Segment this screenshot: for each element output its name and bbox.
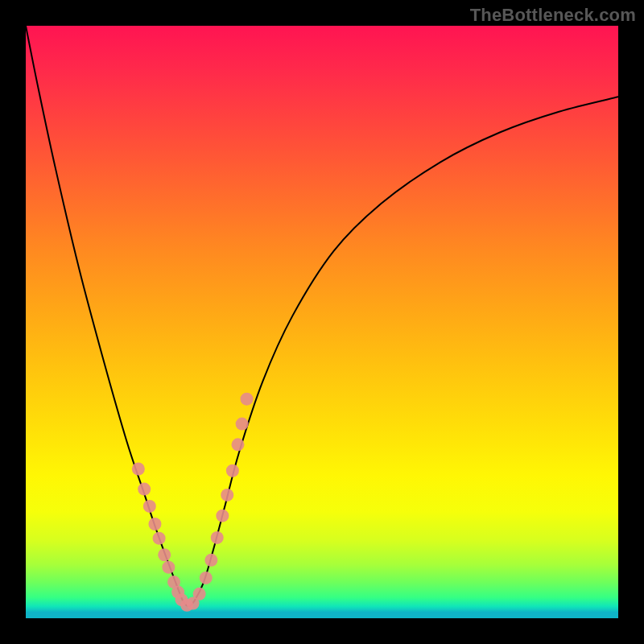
plot-area bbox=[26, 26, 618, 618]
plot-svg bbox=[26, 26, 618, 618]
highlight-dot bbox=[148, 518, 161, 530]
highlight-dot bbox=[138, 483, 151, 496]
highlight-dot bbox=[236, 418, 249, 431]
highlight-dot bbox=[226, 464, 239, 477]
highlight-dot bbox=[221, 489, 233, 502]
highlight-dots bbox=[132, 393, 254, 612]
bottleneck-curve bbox=[26, 26, 618, 606]
highlight-dot bbox=[153, 532, 166, 545]
highlight-dot bbox=[193, 588, 206, 601]
highlight-dot bbox=[132, 463, 145, 476]
highlight-dot bbox=[200, 572, 213, 584]
highlight-dot bbox=[143, 500, 156, 513]
highlight-dot bbox=[241, 393, 254, 406]
highlight-dot bbox=[162, 561, 175, 574]
highlight-dot bbox=[158, 548, 171, 561]
watermark-text: TheBottleneck.com bbox=[470, 5, 636, 26]
highlight-dot bbox=[204, 554, 217, 567]
highlight-dot bbox=[216, 510, 229, 522]
highlight-dot bbox=[231, 438, 244, 451]
highlight-dot bbox=[211, 531, 224, 544]
chart-container: TheBottleneck.com bbox=[0, 0, 644, 644]
